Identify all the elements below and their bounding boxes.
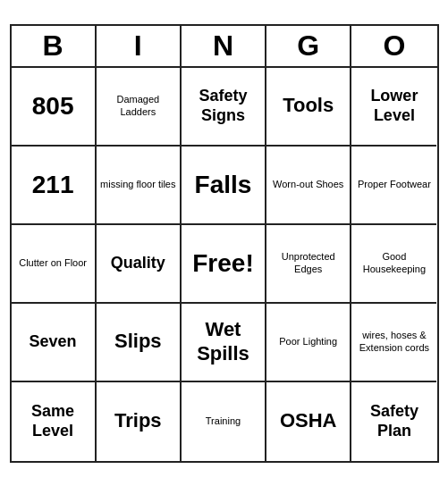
bingo-cell-1: Damaged Ladders	[97, 68, 182, 147]
bingo-cell-14: Good Housekeeping	[351, 225, 436, 304]
bingo-cell-19: wires, hoses & Extension cords	[351, 304, 436, 382]
cell-text-23: OSHA	[280, 409, 337, 432]
cell-text-5: 211	[32, 170, 74, 200]
cell-text-15: Seven	[30, 332, 77, 352]
bingo-cell-5: 211	[12, 147, 97, 225]
cell-text-6: missing floor tiles	[100, 179, 175, 190]
cell-text-21: Trips	[114, 409, 162, 432]
cell-text-2: Safety Signs	[185, 87, 261, 125]
cell-text-9: Proper Footwear	[358, 179, 431, 190]
cell-text-12: Free!	[192, 248, 253, 279]
bingo-cell-22: Training	[182, 382, 266, 461]
cell-text-4: Lower Level	[355, 87, 433, 125]
bingo-grid: 805Damaged LaddersSafety SignsToolsLower…	[12, 68, 437, 461]
cell-text-1: Damaged Ladders	[100, 94, 176, 117]
cell-text-14: Good Housekeeping	[355, 251, 433, 274]
bingo-cell-3: Tools	[266, 68, 351, 147]
cell-text-13: Unprotected Edges	[270, 251, 346, 274]
bingo-cell-6: missing floor tiles	[97, 147, 182, 225]
bingo-cell-4: Lower Level	[351, 68, 436, 147]
bingo-cell-13: Unprotected Edges	[266, 225, 351, 304]
cell-text-18: Poor Lighting	[279, 336, 337, 348]
bingo-cell-15: Seven	[12, 304, 97, 382]
bingo-cell-2: Safety Signs	[182, 68, 266, 147]
bingo-card: BINGO 805Damaged LaddersSafety SignsTool…	[10, 24, 439, 463]
cell-text-24: Safety Plan	[355, 402, 433, 440]
cell-text-20: Same Level	[15, 402, 91, 440]
bingo-cell-7: Falls	[182, 147, 266, 225]
bingo-cell-12: Free!	[182, 225, 266, 304]
cell-text-16: Slips	[114, 330, 162, 353]
header-letter-o: O	[351, 26, 436, 66]
cell-text-8: Worn-out Shoes	[273, 179, 343, 190]
bingo-cell-20: Same Level	[12, 382, 97, 461]
cell-text-11: Quality	[111, 254, 165, 273]
cell-text-22: Training	[206, 415, 241, 427]
cell-text-7: Falls	[195, 170, 252, 200]
bingo-cell-8: Worn-out Shoes	[266, 147, 351, 225]
bingo-cell-0: 805	[12, 68, 97, 147]
bingo-cell-18: Poor Lighting	[266, 304, 351, 382]
header-letter-n: N	[182, 26, 266, 66]
cell-text-10: Clutter on Floor	[19, 257, 87, 269]
bingo-cell-11: Quality	[97, 225, 182, 304]
cell-text-19: wires, hoses & Extension cords	[355, 330, 433, 353]
bingo-cell-23: OSHA	[266, 382, 351, 461]
bingo-cell-24: Safety Plan	[351, 382, 436, 461]
bingo-cell-10: Clutter on Floor	[12, 225, 97, 304]
bingo-cell-17: Wet Spills	[182, 304, 266, 382]
cell-text-3: Tools	[283, 94, 334, 117]
header-letter-b: B	[12, 26, 97, 66]
bingo-cell-21: Trips	[97, 382, 182, 461]
header-letter-i: I	[97, 26, 182, 66]
bingo-cell-16: Slips	[97, 304, 182, 382]
bingo-cell-9: Proper Footwear	[351, 147, 436, 225]
header-letter-g: G	[266, 26, 351, 66]
cell-text-17: Wet Spills	[185, 318, 261, 365]
bingo-header: BINGO	[12, 26, 437, 68]
cell-text-0: 805	[32, 91, 74, 122]
